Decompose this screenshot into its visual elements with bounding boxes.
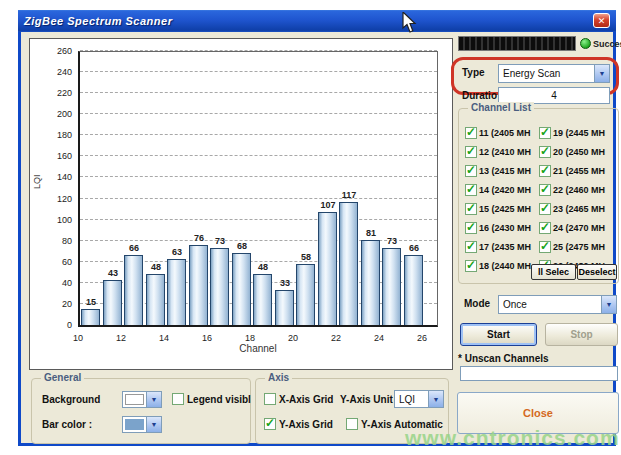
- channel-checkbox[interactable]: [465, 203, 477, 215]
- duration-label: Duratio: [462, 90, 497, 101]
- channel-label: 12 (2410 MH: [479, 147, 531, 157]
- x-tick-label: 24: [374, 333, 384, 343]
- channel-checkbox[interactable]: [465, 260, 477, 272]
- channel-bar: [189, 245, 208, 325]
- bar-value-label: 33: [280, 278, 290, 288]
- type-dropdown[interactable]: Energy Scan ▼: [498, 64, 610, 83]
- chevron-down-icon[interactable]: ▼: [601, 296, 616, 313]
- x-tick-label: 10: [73, 333, 83, 343]
- channel-list-item: 21 (2455 MH: [539, 161, 605, 180]
- channel-list-item: 11 (2405 MH: [465, 123, 531, 142]
- y-tick-label: 220: [57, 88, 72, 98]
- channel-bar: [339, 202, 358, 325]
- x-tick-label: 12: [116, 333, 126, 343]
- bar-value-label: 48: [258, 262, 268, 272]
- channel-bar: [296, 264, 315, 325]
- channel-list-item: 16 (2430 MH: [465, 218, 531, 237]
- bar-value-label: 76: [194, 233, 204, 243]
- channel-checkbox[interactable]: [539, 203, 551, 215]
- channel-checkbox[interactable]: [465, 146, 477, 158]
- type-value: Energy Scan: [499, 68, 594, 79]
- bar-value-label: 66: [409, 243, 419, 253]
- y-gridline: [80, 92, 437, 93]
- bar-value-label: 48: [151, 262, 161, 272]
- mode-value: Once: [499, 299, 601, 310]
- y-gridline: [80, 240, 437, 241]
- client-area: LQI 020406080100120140160180200220240260…: [21, 32, 613, 443]
- y-tick-label: 120: [57, 194, 72, 204]
- bar-value-label: 15: [86, 297, 96, 307]
- background-color-dropdown[interactable]: ▼: [122, 391, 162, 408]
- legend-visible-checkbox[interactable]: [172, 393, 184, 405]
- channel-bar: [210, 248, 229, 325]
- y-axis-grid-checkbox[interactable]: [264, 418, 276, 430]
- chevron-down-icon[interactable]: ▼: [146, 392, 161, 407]
- y-tick-label: 180: [57, 130, 72, 140]
- channel-label: 18 (2440 MH: [479, 261, 531, 271]
- channel-bar: [361, 240, 380, 325]
- success-status-label: Success: [593, 39, 621, 49]
- screenshot-stage: ZigBee Spectrum Scanner ✕ LQI 0204060801…: [0, 0, 621, 455]
- y-gridline: [80, 113, 437, 114]
- x-axis-grid-checkbox[interactable]: [264, 393, 276, 405]
- channel-checkbox[interactable]: [539, 165, 551, 177]
- bar-color-dropdown[interactable]: ▼: [122, 416, 162, 433]
- type-label: Type: [462, 67, 485, 78]
- channel-list-title: Channel List: [468, 102, 534, 113]
- y-tick-label: 40: [62, 278, 72, 288]
- channel-bar: [124, 255, 143, 325]
- y-axis-automatic-checkbox[interactable]: [346, 418, 358, 430]
- unscan-channels-field[interactable]: [460, 366, 618, 381]
- bar-value-label: 107: [320, 200, 335, 210]
- stop-button[interactable]: Stop: [545, 323, 618, 346]
- deselect-button[interactable]: Deselect: [577, 264, 617, 280]
- chevron-down-icon[interactable]: ▼: [428, 391, 443, 407]
- all-select-button[interactable]: ll Selec: [531, 264, 576, 280]
- channel-list-item: 17 (2435 MH: [465, 237, 531, 256]
- bar-value-label: 73: [215, 236, 225, 246]
- channel-label: 16 (2430 MH: [479, 223, 531, 233]
- x-axis-grid-label: X-Axis Grid: [279, 394, 333, 405]
- channel-bar: [167, 259, 186, 325]
- y-tick-label: 80: [62, 236, 72, 246]
- channel-checkbox[interactable]: [465, 184, 477, 196]
- axis-title: Axis: [265, 372, 292, 383]
- y-tick-label: 240: [57, 67, 72, 77]
- channel-checkbox[interactable]: [465, 127, 477, 139]
- channel-label: 22 (2460 MH: [553, 185, 605, 195]
- channel-label: 15 (2425 MH: [479, 204, 531, 214]
- close-button[interactable]: Close: [457, 392, 619, 434]
- channel-checkbox[interactable]: [465, 222, 477, 234]
- channel-bar: [318, 212, 337, 325]
- channel-column-right: 19 (2445 MH20 (2450 MH21 (2455 MH22 (246…: [539, 123, 605, 275]
- window-title: ZigBee Spectrum Scanner: [18, 15, 172, 27]
- channel-checkbox[interactable]: [539, 222, 551, 234]
- x-tick-label: 22: [331, 333, 341, 343]
- channel-list-item: 15 (2425 MH: [465, 199, 531, 218]
- bar-value-label: 43: [108, 268, 118, 278]
- close-icon[interactable]: ✕: [593, 13, 610, 28]
- bar-value-label: 81: [366, 228, 376, 238]
- channel-checkbox[interactable]: [539, 127, 551, 139]
- chevron-down-icon[interactable]: ▼: [146, 417, 161, 432]
- start-button[interactable]: Start: [460, 323, 537, 346]
- general-title: General: [41, 372, 84, 383]
- channel-bar: [81, 309, 100, 325]
- channel-checkbox[interactable]: [465, 241, 477, 253]
- channel-checkbox[interactable]: [539, 241, 551, 253]
- channel-list-item: 20 (2450 MH: [539, 142, 605, 161]
- y-axis-unit-dropdown[interactable]: LQI ▼: [394, 390, 444, 408]
- mode-dropdown[interactable]: Once ▼: [498, 295, 617, 314]
- y-gridline: [80, 198, 437, 199]
- y-gridline: [80, 50, 437, 51]
- channel-checkbox[interactable]: [539, 146, 551, 158]
- y-tick-label: 140: [57, 172, 72, 182]
- channel-list-item: 18 (2440 MH: [465, 256, 531, 275]
- y-gridline: [80, 219, 437, 220]
- y-tick-label: 0: [67, 320, 72, 330]
- channel-label: 14 (2420 MH: [479, 185, 531, 195]
- channel-checkbox[interactable]: [465, 165, 477, 177]
- channel-checkbox[interactable]: [539, 184, 551, 196]
- chevron-down-icon[interactable]: ▼: [594, 65, 609, 82]
- channel-label: 20 (2450 MH: [553, 147, 605, 157]
